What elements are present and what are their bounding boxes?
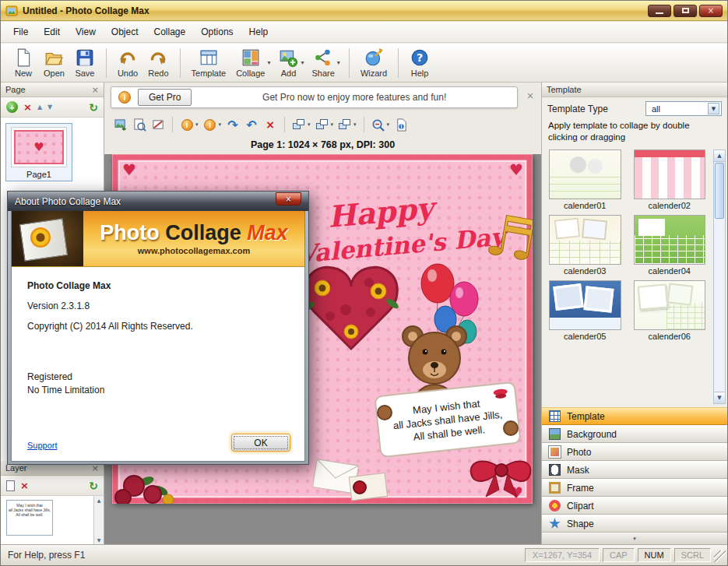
collage-button[interactable]: Collage [231,46,269,80]
template-thumb-calender05[interactable] [549,280,621,330]
save-button[interactable]: Save [70,46,100,80]
scroll-down-icon[interactable]: ▼ [714,392,725,403]
add-button[interactable]: Add [273,46,303,80]
resize-grip[interactable] [714,550,726,562]
share-button[interactable]: Share [308,46,339,80]
support-link[interactable]: Support [27,441,58,450]
layer-thumbnail[interactable]: May I wish that all Jacks shall have Jil… [6,500,53,536]
page-properties-button[interactable] [392,116,410,133]
wizard-icon [364,48,383,67]
accordion-label: Template [567,411,605,422]
page-thumbnail[interactable]: ♥ Page1 [5,123,72,181]
layer-scroll-down-icon[interactable]: ▼ [97,537,101,543]
layer-scrollbar[interactable]: ▲ ▼ [93,496,104,544]
accordion-item-template[interactable]: Template [542,407,727,425]
delete-object-button[interactable]: × [262,116,279,133]
new-layer-button[interactable] [6,480,15,491]
new-icon [14,48,33,67]
heart-icon: ♥ [33,140,44,154]
menu-view[interactable]: View [68,23,104,40]
select-dropdown-icon[interactable]: ▼ [708,103,719,114]
distribute-button[interactable] [336,116,353,133]
page-panel-close-icon[interactable]: × [92,85,99,95]
scroll-up-icon[interactable]: ▲ [714,150,725,162]
collage-label: Collage [236,69,265,78]
titlebar[interactable]: Untitled - Photo Collage Max × [1,1,727,21]
accordion-label: Shape [567,519,594,529]
menu-edit[interactable]: Edit [36,23,68,40]
toolbar-separator [364,117,364,132]
export-image-button[interactable] [112,116,129,133]
accordion-more-button[interactable]: ▾ [542,533,727,544]
accordion-item-mask[interactable]: Mask [542,461,727,479]
rotate-left-button[interactable]: ↶ [243,116,260,133]
align-button[interactable] [314,116,331,133]
template-thumb-calender03[interactable] [549,215,621,265]
accordion-item-background[interactable]: Background [542,425,727,443]
collage-dropdown-caret[interactable]: ▾ [267,59,270,66]
cancel-preview-button[interactable] [149,116,167,133]
layer-thumb-text: All shall be well. [8,512,51,517]
info-button[interactable]: i [178,116,195,133]
menu-object[interactable]: Object [104,23,146,40]
menu-options[interactable]: Options [193,23,241,40]
banner-close-icon[interactable]: × [526,90,534,101]
template-thumb-calender02[interactable] [634,149,706,199]
accordion-item-clipart[interactable]: Clipart [542,497,727,515]
share-dropdown-caret[interactable]: ▾ [337,59,340,66]
template-thumb-calender01[interactable] [549,149,621,199]
ok-button[interactable]: OK [231,434,290,452]
rotate-right-button[interactable]: ↷ [224,116,241,133]
dialog-close-button[interactable]: × [276,192,301,206]
accordion-item-shape[interactable]: Shape [542,515,727,533]
delete-icon: × [266,118,275,131]
refresh-layers-button[interactable]: ↻ [89,480,98,492]
template-panel: Template Template Type all ▼ Apply templ… [541,83,727,544]
open-button[interactable]: Open [39,46,69,80]
info-down-button[interactable]: i [202,116,219,133]
refresh-pages-button[interactable]: ↻ [89,101,98,114]
layer-scroll-up-icon[interactable]: ▲ [97,497,101,503]
template-scrollbar[interactable]: ▲ ▼ [713,149,726,404]
accordion-item-photo[interactable]: Photo [542,443,727,461]
undo-button[interactable]: Undo [113,46,142,80]
menu-collage[interactable]: Collage [146,23,194,40]
template-thumb-calender04[interactable] [634,215,706,265]
template-thumb-calender06[interactable] [634,280,706,330]
add-page-button[interactable]: + [6,101,18,113]
close-button[interactable]: × [699,5,723,17]
scroll-thumb[interactable] [715,163,724,219]
add-icon [279,48,297,67]
dialog-titlebar[interactable]: About Photo Collage Max × [8,192,308,211]
menu-help[interactable]: Help [241,23,276,40]
accordion-label: Clipart [567,501,594,512]
minimize-button[interactable] [648,5,671,17]
move-page-up-button[interactable]: ▲ [37,104,42,111]
info-dropdown-caret[interactable]: ▾ [195,121,199,128]
template-button[interactable]: Template [187,46,231,80]
accordion-item-frame[interactable]: Frame [542,479,727,497]
getpro-button[interactable]: Get Pro [138,89,192,106]
arrange-dropdown-caret[interactable]: ▾ [308,121,311,128]
template-type-select[interactable]: all ▼ [645,101,722,116]
print-preview-button[interactable] [131,116,148,133]
arrange-button[interactable] [290,116,308,133]
redo-button[interactable]: Redo [143,46,173,80]
add-dropdown-caret[interactable]: ▾ [301,59,304,66]
move-page-down-button[interactable]: ▼ [47,104,52,111]
maximize-button[interactable] [673,5,697,17]
arrange-icon [293,119,305,130]
zoom-button[interactable] [370,116,387,133]
align-dropdown-caret[interactable]: ▾ [331,121,334,128]
wizard-button[interactable]: Wizard [356,46,392,80]
delete-page-button[interactable]: × [23,101,32,113]
delete-layer-button[interactable]: × [20,480,29,491]
new-button[interactable]: New [9,46,38,80]
help-button[interactable]: ? Help [405,46,434,80]
distribute-dropdown-caret[interactable]: ▾ [353,121,357,128]
menu-file[interactable]: File [5,23,36,40]
toolbar-separator [349,48,350,78]
page-toolbar: i ▾ i ▾ ↷ ↶ × ▾ ▾ ▾ ▾ [112,114,536,135]
info-down-dropdown-caret[interactable]: ▾ [219,121,222,128]
zoom-dropdown-caret[interactable]: ▾ [387,121,390,128]
